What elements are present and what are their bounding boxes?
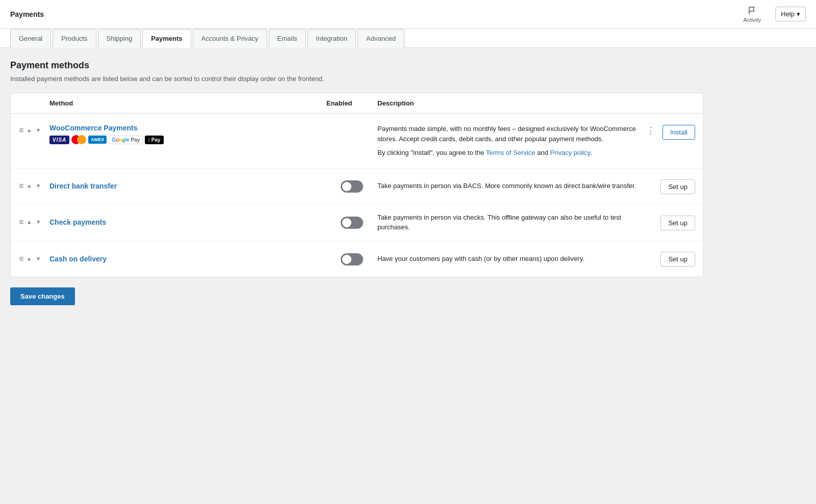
description-cell: Payments made simple, with no monthly fe… (377, 124, 654, 158)
section-title: Payment methods (10, 60, 704, 71)
drag-handle-icon[interactable]: ≡ (19, 254, 23, 263)
setup-button[interactable]: Set up (660, 179, 695, 194)
enabled-cell (326, 179, 377, 193)
toggle-slider (341, 180, 363, 193)
activity-button[interactable]: Activity (739, 4, 765, 25)
mastercard-logo (71, 135, 86, 144)
method-column: Check payments (49, 218, 326, 226)
install-button[interactable]: Install (662, 125, 695, 140)
check-payments-link[interactable]: Check payments (49, 218, 106, 226)
move-up-button[interactable]: ▲ (26, 219, 33, 226)
move-up-button[interactable]: ▲ (26, 182, 33, 190)
table-row: ≡ ▲ ▼ Cash on delivery Have your custome… (11, 241, 703, 277)
privacy-link[interactable]: Privacy policy (550, 149, 591, 156)
description-cell: Take payments in person via checks. This… (377, 213, 654, 232)
tab-payments[interactable]: Payments (142, 29, 191, 48)
toggle-slider (341, 217, 363, 229)
action-cell: Set up (654, 251, 695, 267)
action-cell: Set up (654, 178, 695, 194)
move-up-button[interactable]: ▲ (26, 127, 33, 134)
top-bar: Payments Activity Help ▾ (0, 0, 816, 29)
woo-desc-2: By clicking "Install", you agree to the … (377, 148, 649, 158)
action-cell: Set up (654, 215, 695, 230)
more-options-button[interactable]: ⋮ (643, 125, 658, 136)
action-cell: ⋮ Install (654, 124, 695, 140)
move-down-button[interactable]: ▼ (35, 219, 42, 226)
setup-button[interactable]: Set up (660, 252, 695, 267)
table-header: Method Enabled Description (11, 93, 703, 114)
visa-logo: VISA (49, 136, 69, 144)
row-controls: ≡ ▲ ▼ (19, 218, 49, 227)
setup-button[interactable]: Set up (660, 216, 695, 230)
tos-link[interactable]: Terms of Service (486, 149, 536, 156)
save-changes-button[interactable]: Save changes (10, 287, 75, 305)
top-bar-right: Activity Help ▾ (739, 4, 806, 25)
gpay-logo: Google Pay (109, 136, 143, 144)
check-payments-toggle[interactable] (341, 217, 363, 229)
drag-handle-icon[interactable]: ≡ (19, 126, 23, 135)
row-controls: ≡ ▲ ▼ (19, 254, 49, 263)
move-down-button[interactable]: ▼ (35, 255, 42, 262)
method-column: Direct bank transfer (49, 182, 326, 190)
enabled-cell (326, 124, 377, 125)
move-up-button[interactable]: ▲ (26, 255, 33, 262)
header-enabled: Enabled (326, 99, 377, 107)
page-header: General Products Shipping Payments Accou… (0, 29, 816, 48)
tab-advanced[interactable]: Advanced (358, 29, 404, 48)
main-content: Payment methods Installed payment method… (0, 48, 714, 317)
method-column: WooCommerce Payments VISA AMEX Google Pa… (49, 124, 326, 144)
description-cell: Take payments in person via BACS. More c… (377, 181, 654, 191)
description-cell: Have your customers pay with cash (or by… (377, 254, 654, 264)
toggle-slider (341, 253, 363, 266)
cash-on-delivery-desc: Have your customers pay with cash (or by… (377, 255, 584, 262)
header-drag-col (19, 99, 49, 107)
woocommerce-payments-link[interactable]: WooCommerce Payments (49, 124, 326, 132)
section-description: Installed payment methods are listed bel… (10, 75, 704, 83)
check-payments-desc: Take payments in person via checks. This… (377, 214, 621, 231)
tab-products[interactable]: Products (53, 29, 96, 48)
move-down-button[interactable]: ▼ (35, 127, 42, 134)
direct-bank-desc: Take payments in person via BACS. More c… (377, 182, 636, 190)
payment-methods-table: Method Enabled Description ≡ ▲ ▼ WooComm… (10, 93, 704, 277)
move-down-button[interactable]: ▼ (35, 182, 42, 190)
header-action-col (654, 99, 695, 107)
drag-handle-icon[interactable]: ≡ (19, 218, 23, 227)
applepay-logo:  Pay (145, 136, 163, 144)
flag-icon (747, 6, 757, 16)
table-row: ≡ ▲ ▼ WooCommerce Payments VISA AMEX Goo… (11, 114, 703, 169)
direct-bank-transfer-toggle[interactable] (341, 180, 363, 193)
row-controls: ≡ ▲ ▼ (19, 181, 49, 191)
tab-accounts-privacy[interactable]: Accounts & Privacy (193, 29, 267, 48)
direct-bank-transfer-link[interactable]: Direct bank transfer (49, 182, 117, 190)
cash-on-delivery-toggle[interactable] (341, 253, 363, 266)
table-row: ≡ ▲ ▼ Direct bank transfer Take payments… (11, 169, 703, 204)
tabs-bar: General Products Shipping Payments Accou… (10, 29, 806, 47)
help-button[interactable]: Help ▾ (775, 7, 806, 21)
header-description: Description (377, 99, 654, 107)
tab-general[interactable]: General (10, 29, 51, 48)
chevron-down-icon: ▾ (797, 10, 800, 18)
tab-shipping[interactable]: Shipping (98, 29, 141, 48)
page-title: Payments (10, 10, 44, 18)
enabled-cell (326, 216, 377, 229)
tab-emails[interactable]: Emails (269, 29, 306, 48)
drag-handle-icon[interactable]: ≡ (19, 181, 23, 191)
tab-integration[interactable]: Integration (308, 29, 356, 48)
header-method: Method (49, 99, 326, 107)
enabled-cell (326, 252, 377, 266)
payment-logos: VISA AMEX Google Pay  Pay (49, 135, 326, 144)
row-controls: ≡ ▲ ▼ (19, 124, 49, 135)
woo-desc-1: Payments made simple, with no monthly fe… (377, 124, 649, 144)
cash-on-delivery-link[interactable]: Cash on delivery (49, 255, 107, 263)
table-row: ≡ ▲ ▼ Check payments Take payments in pe… (11, 204, 703, 241)
method-column: Cash on delivery (49, 255, 326, 263)
amex-logo: AMEX (88, 136, 107, 144)
